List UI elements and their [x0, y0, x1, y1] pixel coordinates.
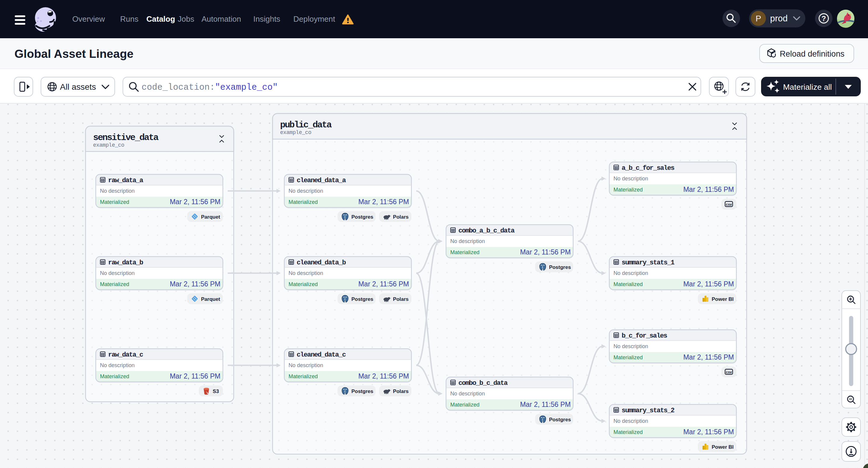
svg-text:Mar 2, 11:56 PM: Mar 2, 11:56 PM	[359, 198, 409, 206]
svg-text:Mar 2, 11:56 PM: Mar 2, 11:56 PM	[683, 186, 734, 193]
svg-text:Parquet: Parquet	[201, 297, 220, 302]
svg-text:Parquet: Parquet	[201, 214, 220, 220]
svg-text:Materialized: Materialized	[288, 199, 318, 205]
svg-text:No description: No description	[100, 270, 135, 276]
svg-text:raw_data_c: raw_data_c	[108, 351, 143, 359]
svg-text:combo_b_c_data: combo_b_c_data	[458, 379, 508, 387]
svg-text:a_b_c_for_sales: a_b_c_for_sales	[622, 164, 675, 172]
svg-text:example_co: example_co	[93, 142, 124, 148]
svg-text:Catalog: Catalog	[146, 14, 175, 24]
svg-text:Mar 2, 11:56 PM: Mar 2, 11:56 PM	[170, 280, 220, 288]
svg-text:No description: No description	[450, 391, 485, 397]
svg-text:Runs: Runs	[120, 14, 138, 24]
svg-text:Postgres: Postgres	[351, 388, 373, 394]
svg-text:Mar 2, 11:56 PM: Mar 2, 11:56 PM	[683, 280, 734, 288]
svg-text:No description: No description	[614, 418, 648, 424]
svg-text:Mar 2, 11:56 PM: Mar 2, 11:56 PM	[170, 372, 220, 380]
svg-text:S3: S3	[213, 388, 219, 394]
svg-text:All assets: All assets	[60, 82, 96, 92]
svg-text:cleaned_data_b: cleaned_data_b	[297, 259, 346, 267]
svg-text:Jobs: Jobs	[178, 14, 194, 24]
svg-text:Mar 2, 11:56 PM: Mar 2, 11:56 PM	[359, 280, 409, 288]
svg-text:No description: No description	[100, 362, 135, 368]
svg-text:csv: csv	[726, 202, 732, 207]
svg-text:Insights: Insights	[253, 14, 280, 24]
svg-text:Automation: Automation	[202, 14, 241, 24]
svg-text:No description: No description	[288, 270, 323, 276]
svg-text:Power BI: Power BI	[712, 297, 734, 302]
svg-text:No description: No description	[100, 188, 135, 194]
svg-text:Materialized: Materialized	[100, 373, 129, 379]
svg-text:Materialized: Materialized	[100, 199, 129, 205]
svg-text:raw_data_a: raw_data_a	[108, 177, 143, 184]
svg-text:Power BI: Power BI	[712, 444, 734, 450]
svg-text:Mar 2, 11:56 PM: Mar 2, 11:56 PM	[520, 248, 571, 256]
svg-text:Mar 2, 11:56 PM: Mar 2, 11:56 PM	[359, 372, 409, 380]
svg-text:Polars: Polars	[393, 297, 409, 302]
svg-text:prod: prod	[770, 13, 787, 23]
svg-text:Overview: Overview	[72, 14, 105, 24]
svg-text:Polars: Polars	[393, 214, 409, 220]
svg-text:Mar 2, 11:56 PM: Mar 2, 11:56 PM	[170, 198, 220, 206]
svg-text:Reload definitions: Reload definitions	[780, 50, 844, 58]
svg-text:Postgres: Postgres	[351, 214, 373, 220]
svg-text:code_location:"example_co": code_location:"example_co"	[142, 83, 278, 92]
svg-text:?: ?	[822, 14, 826, 23]
svg-text:sensitive_data: sensitive_data	[93, 132, 159, 143]
svg-text:No description: No description	[288, 362, 323, 368]
svg-text:csv: csv	[726, 370, 732, 374]
svg-text:Mar 2, 11:56 PM: Mar 2, 11:56 PM	[520, 401, 571, 408]
svg-text:Materialized: Materialized	[450, 402, 479, 408]
svg-text:Materialized: Materialized	[614, 354, 643, 361]
svg-text:example_co: example_co	[280, 129, 311, 135]
svg-text:Materialized: Materialized	[288, 281, 318, 287]
svg-text:Mar 2, 11:56 PM: Mar 2, 11:56 PM	[683, 353, 734, 361]
svg-text:No description: No description	[614, 176, 648, 182]
svg-text:combo_a_b_c_data: combo_a_b_c_data	[458, 227, 515, 235]
svg-text:Postgres: Postgres	[549, 417, 571, 423]
svg-text:P: P	[756, 14, 762, 23]
svg-text:Materialized: Materialized	[100, 281, 129, 287]
svg-text:summary_stats_2: summary_stats_2	[622, 407, 675, 414]
svg-text:Polars: Polars	[393, 388, 409, 394]
svg-text:No description: No description	[614, 343, 648, 349]
svg-text:b_c_for_sales: b_c_for_sales	[622, 332, 668, 340]
svg-text:Global Asset Lineage: Global Asset Lineage	[14, 47, 133, 60]
svg-text:Postgres: Postgres	[549, 264, 571, 270]
svg-text:public_data: public_data	[280, 120, 332, 130]
svg-text:Materialized: Materialized	[614, 429, 643, 435]
svg-text:summary_stats_1: summary_stats_1	[622, 259, 675, 267]
svg-text:Materialized: Materialized	[614, 187, 643, 193]
svg-text:Materialize all: Materialize all	[783, 83, 832, 92]
svg-text:Materialized: Materialized	[450, 249, 479, 255]
svg-text:Postgres: Postgres	[351, 297, 373, 302]
svg-text:Materialized: Materialized	[614, 281, 643, 287]
svg-text:Materialized: Materialized	[288, 373, 318, 379]
svg-text:cleaned_data_c: cleaned_data_c	[297, 351, 346, 359]
svg-text:No description: No description	[288, 188, 323, 194]
svg-text:Mar 2, 11:56 PM: Mar 2, 11:56 PM	[683, 428, 734, 436]
svg-text:No description: No description	[614, 270, 648, 276]
svg-text:Deployment: Deployment	[293, 14, 336, 24]
svg-text:No description: No description	[450, 238, 485, 244]
svg-text:cleaned_data_a: cleaned_data_a	[297, 177, 346, 184]
svg-text:raw_data_b: raw_data_b	[108, 259, 143, 267]
